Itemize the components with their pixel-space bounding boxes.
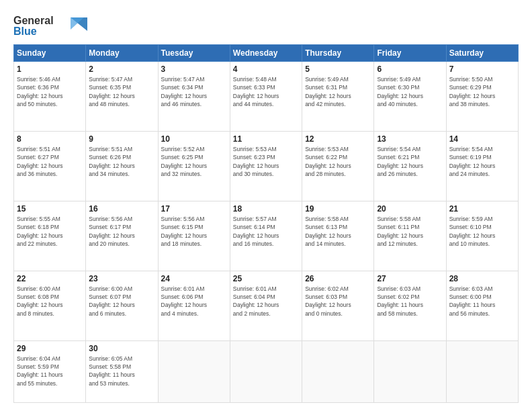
calendar-cell: 5Sunrise: 5:49 AM Sunset: 6:31 PM Daylig… (302, 62, 374, 132)
day-info: Sunrise: 5:51 AM Sunset: 6:26 PM Dayligh… (89, 145, 154, 178)
calendar-cell: 22Sunrise: 6:00 AM Sunset: 6:08 PM Dayli… (14, 271, 86, 340)
day-number: 6 (377, 64, 443, 74)
calendar-cell (158, 340, 230, 402)
day-number: 25 (233, 274, 299, 283)
weekday-header-saturday: Saturday (446, 45, 518, 62)
calendar-cell: 4Sunrise: 5:48 AM Sunset: 6:33 PM Daylig… (230, 62, 302, 132)
day-info: Sunrise: 5:56 AM Sunset: 6:15 PM Dayligh… (161, 215, 227, 248)
calendar-cell: 13Sunrise: 5:54 AM Sunset: 6:21 PM Dayli… (374, 131, 446, 201)
calendar-cell: 15Sunrise: 5:55 AM Sunset: 6:18 PM Dayli… (14, 201, 86, 271)
calendar-page: General Blue SundayMondayTuesdayWednesda… (0, 0, 532, 411)
day-info: Sunrise: 5:53 AM Sunset: 6:22 PM Dayligh… (305, 145, 371, 178)
day-info: Sunrise: 5:52 AM Sunset: 6:25 PM Dayligh… (161, 145, 227, 178)
day-number: 27 (377, 274, 443, 283)
day-info: Sunrise: 5:58 AM Sunset: 6:11 PM Dayligh… (377, 215, 443, 248)
day-info: Sunrise: 5:51 AM Sunset: 6:27 PM Dayligh… (17, 145, 83, 178)
day-number: 15 (17, 204, 83, 214)
day-number: 11 (233, 134, 299, 144)
calendar-cell: 24Sunrise: 6:01 AM Sunset: 6:06 PM Dayli… (158, 271, 230, 340)
day-number: 29 (17, 344, 83, 353)
day-number: 2 (89, 64, 154, 74)
day-number: 18 (233, 204, 299, 214)
calendar-cell: 27Sunrise: 6:03 AM Sunset: 6:02 PM Dayli… (374, 271, 446, 340)
day-number: 16 (89, 204, 154, 214)
calendar-cell: 3Sunrise: 5:47 AM Sunset: 6:34 PM Daylig… (158, 62, 230, 132)
day-number: 9 (89, 134, 154, 144)
day-info: Sunrise: 5:56 AM Sunset: 6:17 PM Dayligh… (89, 215, 154, 248)
weekday-header-friday: Friday (374, 45, 446, 62)
day-number: 7 (449, 64, 515, 74)
day-info: Sunrise: 5:49 AM Sunset: 6:31 PM Dayligh… (305, 75, 371, 108)
weekday-header-monday: Monday (86, 45, 158, 62)
day-number: 20 (377, 204, 443, 214)
weekday-header-sunday: Sunday (14, 45, 86, 62)
day-info: Sunrise: 5:53 AM Sunset: 6:23 PM Dayligh… (233, 145, 299, 178)
day-info: Sunrise: 5:58 AM Sunset: 6:13 PM Dayligh… (305, 215, 371, 248)
day-info: Sunrise: 6:03 AM Sunset: 6:02 PM Dayligh… (377, 285, 443, 318)
page-header: General Blue (13, 12, 519, 38)
day-info: Sunrise: 6:04 AM Sunset: 5:59 PM Dayligh… (17, 355, 83, 387)
day-info: Sunrise: 5:48 AM Sunset: 6:33 PM Dayligh… (233, 75, 299, 108)
day-number: 24 (161, 274, 227, 283)
day-number: 13 (377, 134, 443, 144)
calendar-cell (446, 340, 518, 402)
day-number: 26 (305, 274, 371, 283)
week-row-3: 15Sunrise: 5:55 AM Sunset: 6:18 PM Dayli… (14, 201, 519, 271)
day-number: 23 (89, 274, 154, 283)
calendar-cell: 28Sunrise: 6:03 AM Sunset: 6:00 PM Dayli… (446, 271, 518, 340)
calendar-cell: 19Sunrise: 5:58 AM Sunset: 6:13 PM Dayli… (302, 201, 374, 271)
calendar-cell: 18Sunrise: 5:57 AM Sunset: 6:14 PM Dayli… (230, 201, 302, 271)
calendar-cell: 23Sunrise: 6:00 AM Sunset: 6:07 PM Dayli… (86, 271, 158, 340)
calendar-cell: 14Sunrise: 5:54 AM Sunset: 6:19 PM Dayli… (446, 131, 518, 201)
day-number: 14 (449, 134, 515, 144)
day-number: 12 (305, 134, 371, 144)
day-number: 19 (305, 204, 371, 214)
day-info: Sunrise: 5:49 AM Sunset: 6:30 PM Dayligh… (377, 75, 443, 108)
week-row-4: 22Sunrise: 6:00 AM Sunset: 6:08 PM Dayli… (14, 271, 519, 340)
day-info: Sunrise: 5:50 AM Sunset: 6:29 PM Dayligh… (449, 75, 515, 108)
calendar-cell: 10Sunrise: 5:52 AM Sunset: 6:25 PM Dayli… (158, 131, 230, 201)
calendar-cell: 20Sunrise: 5:58 AM Sunset: 6:11 PM Dayli… (374, 201, 446, 271)
calendar-cell (374, 340, 446, 402)
calendar-cell (302, 340, 374, 402)
day-info: Sunrise: 6:01 AM Sunset: 6:06 PM Dayligh… (161, 285, 227, 318)
day-info: Sunrise: 6:05 AM Sunset: 5:58 PM Dayligh… (89, 355, 154, 387)
day-info: Sunrise: 5:47 AM Sunset: 6:35 PM Dayligh… (89, 75, 154, 108)
calendar-cell: 25Sunrise: 6:01 AM Sunset: 6:04 PM Dayli… (230, 271, 302, 340)
calendar-cell: 16Sunrise: 5:56 AM Sunset: 6:17 PM Dayli… (86, 201, 158, 271)
day-number: 1 (17, 64, 83, 74)
week-row-5: 29Sunrise: 6:04 AM Sunset: 5:59 PM Dayli… (14, 340, 519, 402)
calendar-cell: 9Sunrise: 5:51 AM Sunset: 6:26 PM Daylig… (86, 131, 158, 201)
week-row-1: 1Sunrise: 5:46 AM Sunset: 6:36 PM Daylig… (14, 62, 519, 132)
svg-text:Blue: Blue (13, 26, 37, 37)
day-info: Sunrise: 5:54 AM Sunset: 6:19 PM Dayligh… (449, 145, 515, 178)
day-number: 3 (161, 64, 227, 74)
calendar-cell: 6Sunrise: 5:49 AM Sunset: 6:30 PM Daylig… (374, 62, 446, 132)
day-number: 5 (305, 64, 371, 74)
day-number: 22 (17, 274, 83, 283)
day-number: 10 (161, 134, 227, 144)
day-info: Sunrise: 5:57 AM Sunset: 6:14 PM Dayligh… (233, 215, 299, 248)
weekday-header-tuesday: Tuesday (158, 45, 230, 62)
day-info: Sunrise: 6:00 AM Sunset: 6:07 PM Dayligh… (89, 285, 154, 318)
calendar-cell: 7Sunrise: 5:50 AM Sunset: 6:29 PM Daylig… (446, 62, 518, 132)
day-info: Sunrise: 6:00 AM Sunset: 6:08 PM Dayligh… (17, 285, 83, 318)
calendar-cell: 29Sunrise: 6:04 AM Sunset: 5:59 PM Dayli… (14, 340, 86, 402)
calendar-cell: 1Sunrise: 5:46 AM Sunset: 6:36 PM Daylig… (14, 62, 86, 132)
calendar-cell (230, 340, 302, 402)
calendar-cell: 2Sunrise: 5:47 AM Sunset: 6:35 PM Daylig… (86, 62, 158, 132)
day-number: 30 (89, 344, 154, 353)
logo: General Blue (13, 12, 87, 38)
calendar-table: SundayMondayTuesdayWednesdayThursdayFrid… (13, 44, 519, 403)
svg-text:General: General (13, 15, 54, 26)
day-number: 17 (161, 204, 227, 214)
day-number: 28 (449, 274, 515, 283)
weekday-header-wednesday: Wednesday (230, 45, 302, 62)
week-row-2: 8Sunrise: 5:51 AM Sunset: 6:27 PM Daylig… (14, 131, 519, 201)
day-info: Sunrise: 5:47 AM Sunset: 6:34 PM Dayligh… (161, 75, 227, 108)
day-info: Sunrise: 5:46 AM Sunset: 6:36 PM Dayligh… (17, 75, 83, 108)
weekday-header-row: SundayMondayTuesdayWednesdayThursdayFrid… (14, 45, 519, 62)
calendar-body: 1Sunrise: 5:46 AM Sunset: 6:36 PM Daylig… (14, 62, 519, 403)
calendar-cell: 17Sunrise: 5:56 AM Sunset: 6:15 PM Dayli… (158, 201, 230, 271)
calendar-cell: 30Sunrise: 6:05 AM Sunset: 5:58 PM Dayli… (86, 340, 158, 402)
